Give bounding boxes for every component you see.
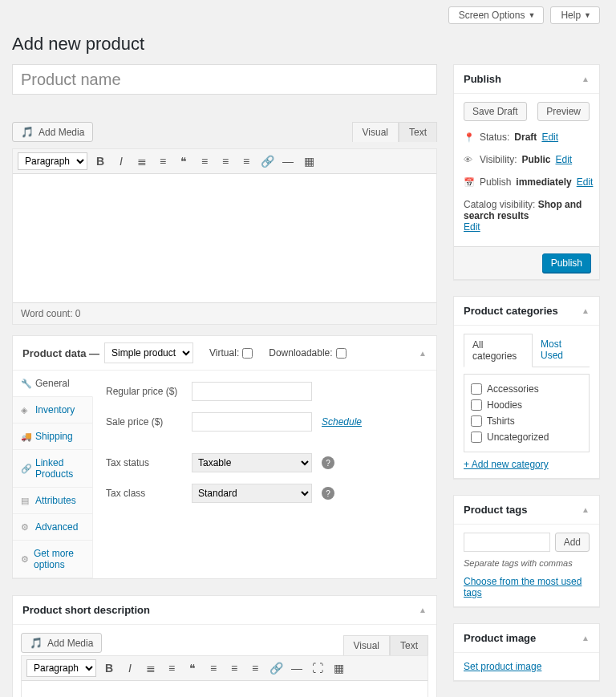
category-checkbox[interactable] (471, 399, 482, 411)
align-left-icon[interactable]: ≡ (205, 660, 221, 676)
category-label: Tshirts (487, 415, 515, 427)
tax-status-select[interactable]: Taxable (192, 453, 312, 472)
short-desc-format-select[interactable]: Paragraph (26, 659, 96, 677)
eye-icon: 👁 (464, 155, 475, 164)
numbered-list-icon[interactable]: ≡ (164, 660, 180, 676)
product-data-tab-get-more-options[interactable]: ⚙Get more options (13, 541, 92, 578)
short-desc-content-area[interactable] (22, 681, 428, 697)
add-media-button[interactable]: 🎵 Add Media (12, 122, 93, 142)
toolbar-toggle-icon[interactable]: ▦ (330, 660, 346, 676)
blockquote-icon[interactable]: ❝ (184, 660, 201, 676)
collapse-icon[interactable]: ▲ (582, 505, 590, 514)
bullet-list-icon[interactable]: ≣ (134, 153, 150, 169)
align-right-icon[interactable]: ≡ (238, 153, 254, 169)
publish-button[interactable]: Publish (542, 253, 591, 273)
editor-content-area[interactable] (13, 174, 436, 302)
category-item[interactable]: Tshirts (471, 413, 582, 429)
align-center-icon[interactable]: ≡ (217, 153, 233, 169)
collapse-icon[interactable]: ▲ (582, 634, 590, 642)
more-icon[interactable]: — (280, 153, 296, 169)
category-checkbox[interactable] (471, 432, 482, 443)
categories-panel-title: Product categories (464, 305, 558, 317)
downloadable-checkbox[interactable] (336, 348, 346, 359)
downloadable-toggle[interactable]: Downloadable: (269, 347, 346, 359)
tax-class-select[interactable]: Standard (192, 484, 312, 503)
product-data-tab-general[interactable]: 🔧General (13, 371, 93, 397)
sale-price-label: Sale price ($) (106, 416, 182, 428)
preview-button[interactable]: Preview (537, 102, 590, 121)
visibility-value: Public (521, 154, 550, 165)
collapse-icon[interactable]: ▲ (582, 75, 590, 83)
italic-icon[interactable]: I (122, 660, 138, 676)
help-icon[interactable]: ? (322, 487, 334, 500)
regular-price-input[interactable] (192, 382, 312, 401)
tab-label: Inventory (35, 404, 75, 415)
add-tag-button[interactable]: Add (555, 533, 590, 552)
blockquote-icon[interactable]: ❝ (176, 153, 192, 169)
toolbar-toggle-icon[interactable]: ▦ (301, 153, 317, 169)
italic-icon[interactable]: I (113, 153, 129, 169)
catalog-edit-link[interactable]: Edit (464, 221, 480, 233)
fullscreen-icon[interactable]: ⛶ (310, 660, 326, 676)
short-desc-add-media-button[interactable]: 🎵 Add Media (21, 633, 102, 653)
cat-tab-all[interactable]: All categories (464, 334, 533, 367)
more-icon[interactable]: — (289, 660, 305, 676)
add-category-link[interactable]: + Add new category (464, 459, 549, 470)
product-data-tab-attributes[interactable]: ▤Attributes (13, 488, 92, 514)
pin-icon: 📍 (464, 132, 475, 143)
tag-input[interactable] (464, 533, 550, 552)
sale-price-input[interactable] (192, 412, 312, 432)
gear-icon: ⚙ (21, 554, 29, 565)
product-data-tab-advanced[interactable]: ⚙Advanced (13, 514, 92, 541)
visibility-edit-link[interactable]: Edit (555, 154, 572, 165)
cat-tab-most-used[interactable]: Most Used (533, 334, 590, 367)
category-label: Uncategorized (487, 432, 549, 443)
tag-icon: ▤ (21, 496, 30, 506)
virtual-checkbox[interactable] (242, 348, 253, 359)
bullet-list-icon[interactable]: ≣ (143, 660, 159, 676)
link-icon[interactable]: 🔗 (268, 660, 284, 676)
short-desc-tab-text[interactable]: Text (390, 635, 428, 655)
short-desc-toolbar: Paragraph B I ≣ ≡ ❝ ≡ ≡ ≡ 🔗 — (22, 656, 428, 681)
align-left-icon[interactable]: ≡ (197, 153, 213, 169)
category-item[interactable]: Uncategorized (471, 429, 582, 445)
align-center-icon[interactable]: ≡ (226, 660, 242, 676)
product-type-select[interactable]: Simple product (104, 342, 193, 363)
category-item[interactable]: Accessories (471, 381, 582, 397)
numbered-list-icon[interactable]: ≡ (155, 153, 171, 169)
bold-icon[interactable]: B (101, 660, 117, 676)
collapse-icon[interactable]: ▲ (419, 606, 427, 614)
tags-panel-title: Product tags (464, 504, 527, 516)
product-name-input[interactable] (12, 64, 437, 95)
help-button[interactable]: Help ▼ (550, 6, 600, 24)
tab-text[interactable]: Text (399, 122, 437, 142)
category-checkbox[interactable] (471, 383, 482, 395)
bold-icon[interactable]: B (92, 153, 108, 169)
set-product-image-link[interactable]: Set product image (464, 661, 541, 672)
virtual-toggle[interactable]: Virtual: (209, 347, 253, 359)
tab-visual[interactable]: Visual (352, 122, 399, 142)
category-checkbox[interactable] (471, 415, 482, 427)
help-icon[interactable]: ? (322, 456, 334, 469)
short-desc-tab-visual[interactable]: Visual (343, 635, 390, 655)
choose-tags-link[interactable]: Choose from the most used tags (464, 576, 582, 598)
collapse-icon[interactable]: ▲ (419, 349, 427, 358)
schedule-edit-link[interactable]: Edit (577, 176, 594, 188)
tax-status-label: Tax status (106, 457, 182, 468)
format-select[interactable]: Paragraph (18, 152, 87, 170)
collapse-icon[interactable]: ▲ (582, 306, 590, 315)
tab-label: Linked Products (35, 457, 84, 480)
screen-options-label: Screen Options (459, 10, 525, 21)
schedule-link[interactable]: Schedule (322, 416, 362, 428)
schedule-value: immediately (516, 176, 571, 188)
align-right-icon[interactable]: ≡ (247, 660, 263, 676)
link-icon[interactable]: 🔗 (259, 153, 275, 169)
status-edit-link[interactable]: Edit (541, 132, 558, 143)
product-data-tab-shipping[interactable]: 🚚Shipping (13, 423, 92, 450)
category-item[interactable]: Hoodies (471, 397, 582, 413)
product-data-tab-linked-products[interactable]: 🔗Linked Products (13, 450, 92, 488)
screen-options-button[interactable]: Screen Options ▼ (448, 6, 545, 24)
tab-label: Advanced (35, 521, 78, 533)
product-data-tab-inventory[interactable]: ◈Inventory (13, 397, 92, 423)
save-draft-button[interactable]: Save Draft (464, 102, 527, 121)
